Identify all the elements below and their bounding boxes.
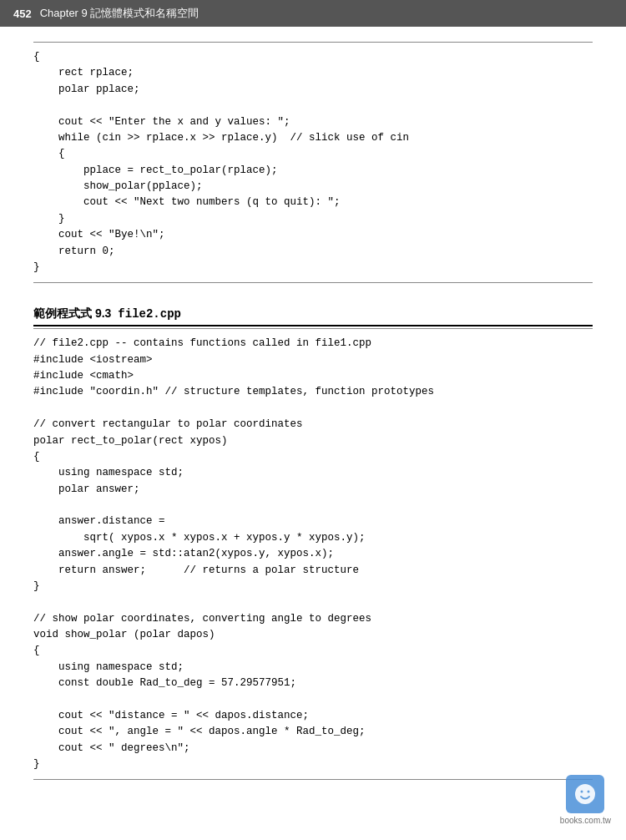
svg-point-2 bbox=[581, 791, 583, 793]
svg-point-3 bbox=[588, 791, 590, 793]
watermark-logo bbox=[566, 775, 604, 813]
code-text-section2: // file2.cpp -- contains functions calle… bbox=[33, 336, 593, 772]
page-number: 452 bbox=[13, 8, 32, 20]
section-heading-9-3: 範例程式式 9.3 file2.cpp bbox=[33, 306, 593, 326]
main-content: { rect rplace; polar pplace; cout << "En… bbox=[0, 27, 626, 813]
code-listing-section2: // file2.cpp -- contains functions calle… bbox=[33, 328, 593, 780]
svg-point-1 bbox=[575, 784, 595, 804]
watermark-text: books.com.tw bbox=[560, 816, 611, 825]
watermark: books.com.tw bbox=[560, 775, 611, 825]
chapter-title: Chapter 9 記憶體模式和名稱空間 bbox=[40, 6, 199, 21]
header-bar: 452 Chapter 9 記憶體模式和名稱空間 bbox=[0, 0, 626, 27]
section-label: 範例程式式 9.3 bbox=[33, 306, 111, 321]
code-listing-section1: { rect rplace; polar pplace; cout << "En… bbox=[33, 42, 593, 283]
logo-icon bbox=[571, 780, 599, 808]
code-text-section1: { rect rplace; polar pplace; cout << "En… bbox=[33, 49, 593, 276]
section-filename: file2.cpp bbox=[118, 307, 181, 321]
